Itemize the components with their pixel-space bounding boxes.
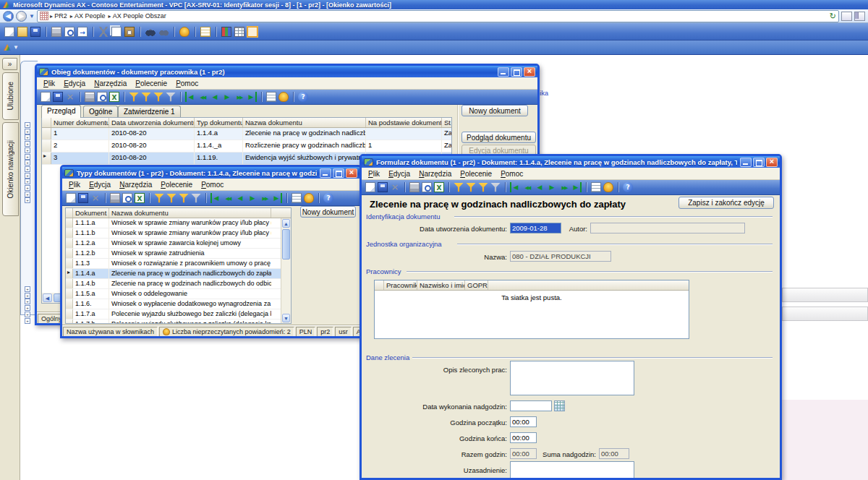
delete-icon[interactable] <box>65 92 75 102</box>
dynamics-ax-logo-icon[interactable] <box>4 44 11 51</box>
row-selector-cell[interactable] <box>66 269 73 278</box>
breadcrumb-item[interactable]: PR2 <box>50 12 67 20</box>
content-pane-icon[interactable] <box>247 27 258 37</box>
vertical-scrollbar[interactable]: ▲ ▼ <box>281 218 291 323</box>
print-preview-icon[interactable] <box>97 92 107 102</box>
window1-titlebar[interactable]: Obieg dokumentów - dokumenty pracownika … <box>37 66 537 77</box>
row-selector-cell[interactable] <box>66 228 73 238</box>
send-icon[interactable] <box>77 27 88 37</box>
save-icon[interactable] <box>30 27 41 37</box>
document-handling-icon[interactable] <box>591 182 601 192</box>
document-handling-icon[interactable] <box>292 193 302 203</box>
first-record-icon[interactable] <box>210 193 221 203</box>
previous-group-icon[interactable] <box>522 182 532 192</box>
table-row[interactable]: 1.1.3 Wniosek o rozwiązanie z pracowniki… <box>66 259 291 269</box>
filter-advanced-icon[interactable] <box>179 193 189 203</box>
window2-titlebar[interactable]: Typy dokumentów (1 - pr2) - Dokument: 1.… <box>62 167 359 179</box>
previous-group-icon[interactable] <box>223 193 233 203</box>
print-icon[interactable] <box>110 193 120 203</box>
menu-item[interactable]: Narzędzia <box>116 180 156 189</box>
breadcrumb-item[interactable]: AX People Obszar <box>108 12 166 20</box>
menu-item[interactable]: Edycja <box>385 169 414 179</box>
back-button[interactable]: ◀ <box>3 11 14 22</box>
row-selector-cell[interactable] <box>66 249 73 258</box>
menu-item[interactable]: Narzędzia <box>415 169 455 179</box>
previous-group-icon[interactable] <box>197 92 208 102</box>
print-preview-icon[interactable] <box>64 27 75 37</box>
refresh-icon[interactable]: ↻ <box>830 12 836 20</box>
column-header[interactable]: Typ dokumentu <box>195 118 243 127</box>
minimize-button[interactable] <box>498 67 509 77</box>
print-preview-icon[interactable] <box>122 193 132 203</box>
table-row[interactable]: 1 2010-08-20 1.1.4.a Zlecenie na pracę w… <box>42 128 451 140</box>
help-icon[interactable] <box>298 92 308 102</box>
next-record-icon[interactable] <box>547 182 557 192</box>
tree-expand-icon[interactable] <box>25 197 30 203</box>
menu-item[interactable]: Plik <box>365 169 383 179</box>
column-header[interactable]: Nazwa dokumentu <box>243 118 366 127</box>
row-selector-cell[interactable] <box>42 153 51 164</box>
help-icon[interactable] <box>623 182 633 192</box>
chart-icon[interactable] <box>221 27 231 37</box>
previous-record-icon[interactable] <box>210 92 220 102</box>
scroll-up-icon[interactable]: ▲ <box>282 219 290 228</box>
table-row[interactable]: 1.1.6. Wniosek o wypłacenie dodatkowego … <box>66 299 291 309</box>
delete-icon[interactable] <box>390 182 400 192</box>
tab-zatwierdzenie[interactable]: Zatwierdzenie 1 <box>118 106 181 118</box>
last-record-icon[interactable] <box>247 92 257 102</box>
start-time-input[interactable] <box>510 416 537 427</box>
forward-button[interactable]: ▶ <box>16 11 27 22</box>
row-selector-cell[interactable] <box>66 309 73 319</box>
tree-expand-icon[interactable] <box>25 192 30 197</box>
tree-expand-icon[interactable] <box>25 318 30 324</box>
scrollbar-thumb[interactable] <box>282 229 290 260</box>
filter-by-selection-icon[interactable] <box>141 92 151 102</box>
table-row[interactable]: 1.1.1.a Wniosek w sprawie zmiany warunkó… <box>66 218 291 228</box>
next-group-icon[interactable] <box>234 92 244 102</box>
menu-item[interactable]: Plik <box>65 180 84 189</box>
filter-by-selection-icon[interactable] <box>166 193 176 203</box>
cut-icon[interactable] <box>98 27 109 37</box>
table-row[interactable]: 1.1.2.b Wniosek w sprawie zatrudnienia <box>66 249 291 259</box>
print-preview-icon[interactable] <box>422 182 432 192</box>
breadcrumb-item[interactable]: AX People <box>70 12 106 20</box>
menu-item[interactable]: Edycja <box>60 79 89 88</box>
copy-icon[interactable] <box>111 27 122 37</box>
preview-document-button[interactable]: Podgląd dokumentu <box>461 132 536 143</box>
column-header[interactable]: St <box>442 118 452 127</box>
column-header[interactable]: Dokument <box>73 208 109 218</box>
save-close-button[interactable]: Zapisz i zakończ edycję <box>678 197 774 209</box>
tree-expand-icon[interactable] <box>25 166 30 172</box>
new-document-icon[interactable] <box>41 92 51 102</box>
navigation-pane-toggle-icon[interactable] <box>854 12 865 21</box>
menu-item[interactable]: Polecenie <box>132 79 171 88</box>
save-icon[interactable] <box>78 193 88 203</box>
previous-record-icon[interactable] <box>535 182 545 192</box>
close-button[interactable] <box>346 168 357 178</box>
tree-expand-icon[interactable] <box>25 141 30 147</box>
maximize-button[interactable] <box>333 168 344 178</box>
sidebar-tab-navigation[interactable]: Okienko nawigacji <box>2 122 19 216</box>
tree-expand-icon[interactable] <box>25 129 30 134</box>
print-icon[interactable] <box>85 92 95 102</box>
status-currency[interactable]: PLN <box>296 327 316 337</box>
find-next-icon[interactable] <box>158 27 169 37</box>
filter-by-selection-icon[interactable] <box>466 182 476 192</box>
table-row[interactable]: 1.1.7.b Polecenie wyjazdu służbowego z z… <box>66 320 291 324</box>
filter-advanced-icon[interactable] <box>478 182 488 192</box>
alert-icon[interactable] <box>304 193 314 203</box>
document-handling-icon[interactable] <box>266 92 276 102</box>
new-document-icon[interactable] <box>66 193 76 203</box>
maximize-button[interactable] <box>753 158 765 167</box>
previous-record-icon[interactable] <box>235 193 245 203</box>
sidebar-collapse-button[interactable]: » <box>2 58 17 70</box>
justification-input[interactable] <box>510 461 634 480</box>
remove-filter-icon[interactable] <box>166 92 176 102</box>
restore-layout-icon[interactable] <box>841 12 852 21</box>
alert-icon[interactable] <box>179 27 190 37</box>
row-selector-cell[interactable] <box>42 128 51 140</box>
column-header[interactable]: Pracownik <box>384 280 417 290</box>
notes-icon[interactable] <box>200 27 210 37</box>
remove-filter-icon[interactable] <box>490 182 501 192</box>
table-row[interactable]: 1.1.5.a Wniosek o oddelegowanie <box>66 289 291 299</box>
